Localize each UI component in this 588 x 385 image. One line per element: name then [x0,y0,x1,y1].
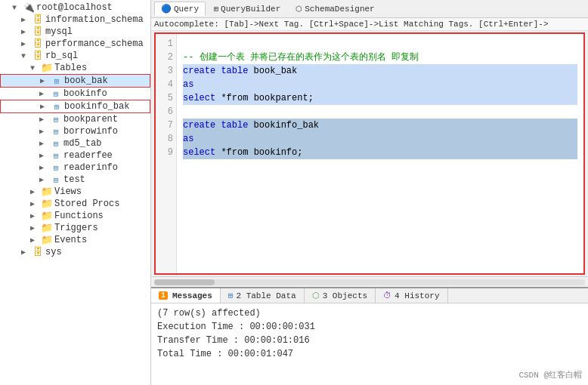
table-icon: ⊞ [50,126,62,137]
result-tab-objects[interactable]: ⬡ 3 Objects [305,288,376,303]
horizontal-scrollbar[interactable] [151,276,588,287]
result-tab-label: 2 Table Data [236,291,296,300]
sidebar-item-label: book_bak [64,75,108,86]
result-tab-messages[interactable]: 1 Messages [151,288,221,303]
result-line-3: Total Time : 00:00:01:047 [157,347,582,361]
expand-icon: ▶ [39,139,50,148]
table-icon: ⊞ [50,114,62,125]
sql-line-3: create table book_bak [183,64,577,78]
sidebar-item-events[interactable]: ▶ 📁 Events [0,234,150,246]
sidebar-item-label: md5_tab [63,138,101,149]
sql-line-1 [183,37,577,51]
folder-icon: 📁 [41,235,53,245]
sidebar-item-triggers[interactable]: ▶ 📁 Triggers [0,222,150,234]
sidebar-item-label: Tables [54,63,87,73]
sidebar-item-borrowinfo[interactable]: ▶ ⊞ borrowinfo [0,125,150,137]
sidebar-item-label: readerinfo [63,162,118,173]
sql-line-6 [183,105,577,119]
sidebar-item-test[interactable]: ▶ ⊞ test [0,174,150,186]
sidebar-item-label: Stored Procs [54,199,119,209]
expand-icon: ▼ [12,4,23,12]
objects-icon: ⬡ [312,291,320,300]
tab-schemadesigner[interactable]: ⬡ SchemaDesigner [289,2,381,16]
query-tabs: 🔵 Query ⊞ QueryBuilder ⬡ SchemaDesigner [151,0,588,18]
sidebar-item-label: Views [54,186,82,197]
result-line-1: Execution Time : 00:00:00:031 [157,320,582,334]
sidebar-item-functions[interactable]: ▶ 📁 Functions [0,210,150,222]
database-icon: 🗄 [32,26,44,37]
sidebar-item-root[interactable]: ▼ 🔌 root@localhost [0,2,150,14]
sidebar-item-perf-schema[interactable]: ▶ 🗄 performance_schema [0,38,150,50]
expand-icon: ▶ [39,127,50,136]
sidebar-item-readerinfo[interactable]: ▶ ⊞ readerinfo [0,162,150,174]
expand-icon: ▶ [40,102,51,111]
sidebar-item-label: Triggers [54,223,98,233]
qb-tab-icon: ⊞ [214,5,218,14]
sql-content[interactable]: -- 创建一个表 并将已存在的表作为这个表的别名 即复制 create tabl… [177,34,583,273]
sidebar-item-sys[interactable]: ▶ 🗄 sys [0,246,150,258]
sidebar-item-views[interactable]: ▶ 📁 Views [0,186,150,198]
sidebar-item-readerfee[interactable]: ▶ ⊞ readerfee [0,149,150,162]
sidebar-item-bookinfo-bak[interactable]: ▶ ⊞ bookinfo_bak [0,100,150,113]
sidebar-item-information-schema[interactable]: ▶ 🗄 information_schema [0,14,150,26]
sidebar-item-label: borrowinfo [63,126,118,137]
database-icon: 🗄 [32,38,44,49]
sidebar-item-rb-sql[interactable]: ▼ 🗄 rb_sql [0,50,150,62]
folder-icon: 📁 [41,223,53,233]
expand-icon: ▶ [30,199,41,208]
sidebar-item-book-bak[interactable]: ▶ ⊞ book_bak [0,74,150,88]
table-icon: ⊞ [51,101,63,112]
sidebar-item-tables[interactable]: ▼ 📁 Tables [0,62,150,74]
tab-query[interactable]: 🔵 Query [154,2,206,16]
watermark: CSDN @红客白帽 [518,369,582,380]
table-icon: ⊞ [50,150,62,161]
sql-line-5: select *from bookparent; [183,91,577,105]
expand-icon: ▶ [30,211,41,220]
result-tabs: 1 Messages ⊞ 2 Table Data ⬡ 3 Objects ⏱ … [151,288,588,303]
message-badge: 1 [159,291,168,300]
result-line-2: Transfer Time : 00:00:01:016 [157,334,582,347]
database-icon: 🗄 [32,51,44,61]
sidebar-item-bookparent[interactable]: ▶ ⊞ bookparent [0,113,150,125]
sidebar-item-mysql[interactable]: ▶ 🗄 mysql [0,26,150,38]
scroll-thumb[interactable] [154,279,215,285]
right-panel: 🔵 Query ⊞ QueryBuilder ⬡ SchemaDesigner … [151,0,588,385]
expand-icon: ▶ [30,187,41,196]
sidebar-item-stored-procs[interactable]: ▶ 📁 Stored Procs [0,198,150,210]
sd-tab-icon: ⬡ [296,5,302,14]
result-line-0: (7 row(s) affected) [157,306,582,320]
expand-icon: ▶ [39,151,50,160]
sql-line-8: as [183,132,577,146]
query-tab-icon: 🔵 [161,4,172,14]
sidebar-item-label: root@localhost [36,2,113,13]
expand-icon: ▶ [21,248,32,257]
tab-label: SchemaDesigner [305,5,374,14]
table-icon: ⊞ [50,138,62,149]
expand-icon: ▶ [39,163,50,172]
sidebar-item-md5-tab[interactable]: ▶ ⊞ md5_tab [0,137,150,149]
tab-label: QueryBuilder [221,5,280,14]
result-tab-history[interactable]: ⏱ 4 History [376,288,447,303]
tab-querybuilder[interactable]: ⊞ QueryBuilder [207,2,287,16]
table-icon: ⊞ [51,75,63,86]
sidebar-item-label: mysql [45,26,73,37]
result-tab-table-data[interactable]: ⊞ 2 Table Data [221,288,305,303]
expand-icon: ▶ [21,27,32,36]
expand-icon: ▶ [21,39,32,48]
table-data-icon: ⊞ [228,291,234,300]
database-icon: 🗄 [32,14,44,25]
scroll-track [154,279,585,285]
connection-icon: 🔌 [23,2,35,13]
sidebar-item-label: Functions [54,211,104,221]
expand-icon: ▶ [21,15,32,24]
result-tab-label: Messages [172,291,212,300]
sidebar-item-label: performance_schema [45,38,144,49]
expand-icon: ▼ [21,52,32,60]
table-icon: ⊞ [50,174,62,185]
sql-editor[interactable]: 1 2 3 4 5 6 7 8 9 -- 创建一个表 并将已 [156,34,583,273]
sidebar-item-bookinfo[interactable]: ▶ ⊞ bookinfo [0,88,150,100]
sidebar-item-label: readerfee [63,150,113,161]
sql-line-9: select *from bookinfo; [183,146,577,159]
expand-icon: ▼ [30,64,41,72]
expand-icon: ▶ [30,223,41,233]
